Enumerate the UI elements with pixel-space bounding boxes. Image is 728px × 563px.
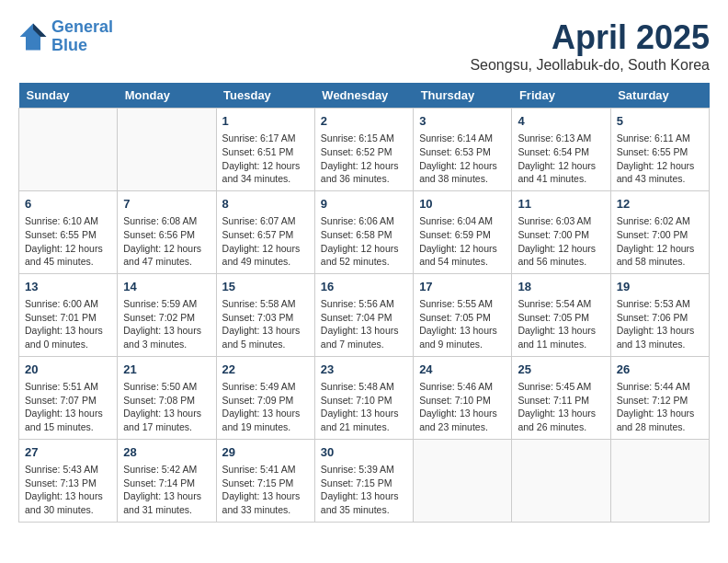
calendar-cell: 28Sunrise: 5:42 AM Sunset: 7:14 PM Dayli… xyxy=(118,439,216,522)
calendar-cell: 15Sunrise: 5:58 AM Sunset: 7:03 PM Dayli… xyxy=(216,273,314,356)
day-number: 26 xyxy=(617,362,703,378)
day-number: 8 xyxy=(222,196,309,213)
column-header-saturday: Saturday xyxy=(610,83,709,109)
day-info: Sunrise: 5:58 AM Sunset: 7:03 PM Dayligh… xyxy=(222,297,309,351)
day-info: Sunrise: 6:03 AM Sunset: 7:00 PM Dayligh… xyxy=(518,214,604,269)
logo-icon xyxy=(18,22,48,52)
day-number: 20 xyxy=(25,362,111,378)
title-block: April 2025 Seongsu, Jeollabuk-do, South … xyxy=(470,18,710,74)
day-info: Sunrise: 5:43 AM Sunset: 7:13 PM Dayligh… xyxy=(25,463,111,517)
day-number: 7 xyxy=(123,196,210,213)
column-header-thursday: Thursday xyxy=(414,83,512,109)
day-number: 27 xyxy=(25,444,111,461)
day-info: Sunrise: 6:06 AM Sunset: 6:58 PM Dayligh… xyxy=(321,214,407,269)
day-number: 29 xyxy=(222,444,309,461)
day-number: 24 xyxy=(419,362,506,378)
day-info: Sunrise: 6:07 AM Sunset: 6:57 PM Dayligh… xyxy=(222,214,309,269)
location-subtitle: Seongsu, Jeollabuk-do, South Korea xyxy=(470,57,710,74)
calendar-cell: 29Sunrise: 5:41 AM Sunset: 7:15 PM Dayli… xyxy=(216,439,314,522)
column-header-sunday: Sunday xyxy=(19,83,118,109)
calendar-cell: 21Sunrise: 5:50 AM Sunset: 7:08 PM Dayli… xyxy=(118,356,216,439)
calendar-cell: 3Sunrise: 6:14 AM Sunset: 6:53 PM Daylig… xyxy=(414,109,512,191)
column-header-monday: Monday xyxy=(118,83,216,109)
calendar-cell: 26Sunrise: 5:44 AM Sunset: 7:12 PM Dayli… xyxy=(610,356,709,439)
day-number: 2 xyxy=(321,113,407,130)
day-number: 28 xyxy=(123,444,210,461)
calendar-cell: 6Sunrise: 6:10 AM Sunset: 6:55 PM Daylig… xyxy=(19,190,118,273)
day-info: Sunrise: 5:48 AM Sunset: 7:10 PM Dayligh… xyxy=(321,380,407,434)
day-info: Sunrise: 5:55 AM Sunset: 7:05 PM Dayligh… xyxy=(419,297,506,351)
day-info: Sunrise: 6:15 AM Sunset: 6:52 PM Dayligh… xyxy=(321,132,407,186)
day-info: Sunrise: 6:14 AM Sunset: 6:53 PM Dayligh… xyxy=(419,132,506,186)
calendar-cell: 8Sunrise: 6:07 AM Sunset: 6:57 PM Daylig… xyxy=(216,190,314,273)
day-info: Sunrise: 5:54 AM Sunset: 7:05 PM Dayligh… xyxy=(518,297,604,351)
day-number: 18 xyxy=(518,279,604,295)
day-info: Sunrise: 6:10 AM Sunset: 6:55 PM Dayligh… xyxy=(25,214,111,269)
day-info: Sunrise: 5:39 AM Sunset: 7:15 PM Dayligh… xyxy=(321,463,407,517)
day-info: Sunrise: 5:49 AM Sunset: 7:09 PM Dayligh… xyxy=(222,380,309,434)
day-number: 17 xyxy=(419,279,506,295)
calendar-cell: 22Sunrise: 5:49 AM Sunset: 7:09 PM Dayli… xyxy=(216,356,314,439)
calendar-cell xyxy=(118,109,216,191)
calendar-cell: 10Sunrise: 6:04 AM Sunset: 6:59 PM Dayli… xyxy=(414,190,512,273)
day-info: Sunrise: 5:51 AM Sunset: 7:07 PM Dayligh… xyxy=(25,380,111,434)
day-info: Sunrise: 5:56 AM Sunset: 7:04 PM Dayligh… xyxy=(321,297,407,351)
calendar-header-row: SundayMondayTuesdayWednesdayThursdayFrid… xyxy=(19,83,710,109)
calendar-cell: 25Sunrise: 5:45 AM Sunset: 7:11 PM Dayli… xyxy=(512,356,610,439)
logo-text: General Blue xyxy=(51,18,113,55)
day-number: 14 xyxy=(123,279,210,295)
day-info: Sunrise: 6:17 AM Sunset: 6:51 PM Dayligh… xyxy=(222,132,309,186)
calendar-cell: 19Sunrise: 5:53 AM Sunset: 7:06 PM Dayli… xyxy=(610,273,709,356)
calendar-cell: 16Sunrise: 5:56 AM Sunset: 7:04 PM Dayli… xyxy=(314,273,413,356)
week-row-4: 20Sunrise: 5:51 AM Sunset: 7:07 PM Dayli… xyxy=(19,356,710,439)
week-row-2: 6Sunrise: 6:10 AM Sunset: 6:55 PM Daylig… xyxy=(19,190,710,273)
day-info: Sunrise: 5:42 AM Sunset: 7:14 PM Dayligh… xyxy=(123,463,210,517)
calendar-cell: 20Sunrise: 5:51 AM Sunset: 7:07 PM Dayli… xyxy=(19,356,118,439)
week-row-3: 13Sunrise: 6:00 AM Sunset: 7:01 PM Dayli… xyxy=(19,273,710,356)
day-number: 12 xyxy=(617,196,703,213)
day-number: 10 xyxy=(419,196,506,213)
logo: General Blue xyxy=(18,18,113,55)
day-number: 3 xyxy=(419,113,506,130)
column-header-tuesday: Tuesday xyxy=(216,83,314,109)
day-number: 16 xyxy=(321,279,407,295)
day-info: Sunrise: 5:45 AM Sunset: 7:11 PM Dayligh… xyxy=(518,380,604,434)
day-info: Sunrise: 5:50 AM Sunset: 7:08 PM Dayligh… xyxy=(123,380,210,434)
day-number: 25 xyxy=(518,362,604,378)
day-info: Sunrise: 6:08 AM Sunset: 6:56 PM Dayligh… xyxy=(123,214,210,269)
calendar-cell: 18Sunrise: 5:54 AM Sunset: 7:05 PM Dayli… xyxy=(512,273,610,356)
calendar-cell: 11Sunrise: 6:03 AM Sunset: 7:00 PM Dayli… xyxy=(512,190,610,273)
column-header-wednesday: Wednesday xyxy=(314,83,413,109)
day-info: Sunrise: 6:13 AM Sunset: 6:54 PM Dayligh… xyxy=(518,132,604,186)
calendar-cell: 23Sunrise: 5:48 AM Sunset: 7:10 PM Dayli… xyxy=(314,356,413,439)
day-number: 23 xyxy=(321,362,407,378)
month-title: April 2025 xyxy=(470,18,710,57)
day-number: 22 xyxy=(222,362,309,378)
week-row-5: 27Sunrise: 5:43 AM Sunset: 7:13 PM Dayli… xyxy=(19,439,710,522)
calendar-cell: 12Sunrise: 6:02 AM Sunset: 7:00 PM Dayli… xyxy=(610,190,709,273)
calendar-cell: 30Sunrise: 5:39 AM Sunset: 7:15 PM Dayli… xyxy=(314,439,413,522)
day-number: 13 xyxy=(25,279,111,295)
calendar-cell: 1Sunrise: 6:17 AM Sunset: 6:51 PM Daylig… xyxy=(216,109,314,191)
day-info: Sunrise: 5:59 AM Sunset: 7:02 PM Dayligh… xyxy=(123,297,210,351)
day-number: 15 xyxy=(222,279,309,295)
calendar-cell: 27Sunrise: 5:43 AM Sunset: 7:13 PM Dayli… xyxy=(19,439,118,522)
calendar-table: SundayMondayTuesdayWednesdayThursdayFrid… xyxy=(18,83,710,523)
calendar-cell: 4Sunrise: 6:13 AM Sunset: 6:54 PM Daylig… xyxy=(512,109,610,191)
day-info: Sunrise: 6:04 AM Sunset: 6:59 PM Dayligh… xyxy=(419,214,506,269)
day-number: 11 xyxy=(518,196,604,213)
day-info: Sunrise: 5:41 AM Sunset: 7:15 PM Dayligh… xyxy=(222,463,309,517)
day-number: 30 xyxy=(321,444,407,461)
day-info: Sunrise: 5:44 AM Sunset: 7:12 PM Dayligh… xyxy=(617,380,703,434)
calendar-cell: 5Sunrise: 6:11 AM Sunset: 6:55 PM Daylig… xyxy=(610,109,709,191)
day-number: 5 xyxy=(617,113,703,130)
day-number: 19 xyxy=(617,279,703,295)
calendar-cell: 2Sunrise: 6:15 AM Sunset: 6:52 PM Daylig… xyxy=(314,109,413,191)
day-info: Sunrise: 6:00 AM Sunset: 7:01 PM Dayligh… xyxy=(25,297,111,351)
calendar-cell: 9Sunrise: 6:06 AM Sunset: 6:58 PM Daylig… xyxy=(314,190,413,273)
day-number: 4 xyxy=(518,113,604,130)
day-info: Sunrise: 5:46 AM Sunset: 7:10 PM Dayligh… xyxy=(419,380,506,434)
calendar-cell xyxy=(512,439,610,522)
day-info: Sunrise: 6:11 AM Sunset: 6:55 PM Dayligh… xyxy=(617,132,703,186)
day-number: 1 xyxy=(222,113,309,130)
